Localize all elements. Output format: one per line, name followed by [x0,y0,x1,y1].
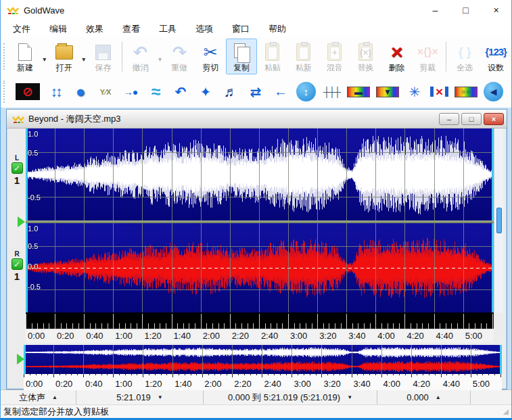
position-cell[interactable]: 0.000 ▲ [377,390,471,404]
menu-effect[interactable]: 效果 [76,21,113,37]
resize-grip-icon[interactable]: ◢ [503,407,509,416]
menu-edit[interactable]: 编辑 [40,21,76,37]
overview-waveform[interactable] [24,345,502,374]
volume-shape-icon[interactable]: ▬ [347,87,370,97]
menu-window[interactable]: 窗口 [223,21,259,37]
open-folder-icon [55,42,73,62]
left-channel-label: L [15,154,19,162]
sound-window: Beyond - 海阔天空.mp3 – □ × L ✓ 1 R ✓ 1 1.0 [6,109,507,390]
time-label: 4:20 [413,379,430,389]
redo-button-label: 重做 [171,63,187,72]
length-cell[interactable]: 5:21.019 ▼ [76,390,204,404]
monitor-off-icon[interactable]: ⊘ [16,83,40,100]
axis-label: 1.0 [28,225,38,233]
set-marker-button[interactable]: {123} 设数 [480,39,511,74]
axis-label: 0.5 [28,149,38,157]
time-label: 4:40 [443,379,460,389]
open-button-label: 打开 [56,63,72,72]
copy-button[interactable]: 复制 [226,39,257,74]
select-all-button: { } 全选 [449,39,480,74]
timeline-ticks [26,312,494,329]
toolbar-gripper[interactable] [3,43,7,70]
volume-maximize-icon[interactable]: ↕ [296,82,316,101]
menu-view[interactable]: 查看 [113,21,149,37]
mix-button-label: 混音 [327,63,343,72]
sound-restore-button[interactable]: □ [461,113,482,125]
new-button[interactable]: 新建 [9,39,41,74]
menu-help[interactable]: 帮助 [259,21,296,37]
time-label: 2:20 [234,379,251,389]
menu-file[interactable]: 文件 [3,21,40,37]
pitch-icon[interactable]: ♬ [221,82,240,102]
menu-tool[interactable]: 工具 [149,21,186,37]
playback-device-icon[interactable]: ◀ [484,82,503,101]
open-button[interactable]: 打开 [49,39,80,74]
sound-minimize-button[interactable]: – [439,113,459,125]
cut-button-label: 剪切 [202,63,218,72]
overview-playback-marker-icon[interactable] [17,354,24,365]
left-channel-control: L ✓ 1 [8,154,26,186]
time-label: 4:40 [436,331,453,341]
right-channel-label: R [14,250,19,258]
right-channel-number: 1 [14,271,20,282]
flanger-icon[interactable]: ≈ [146,82,165,102]
maximize-button[interactable]: □ [450,0,481,20]
waveform-left-channel[interactable] [26,129,494,220]
noise-reduction-icon[interactable]: × [430,87,448,97]
mechanize-icon[interactable]: ✦ [196,82,215,102]
set-marker-button-label: 设数 [488,63,504,72]
trim-button: ×{}× 剪裁 [412,39,443,74]
trim-button-label: 剪裁 [419,63,436,72]
toolbar-gripper[interactable] [3,80,7,103]
time-label: 4:00 [383,379,400,389]
right-channel-checkbox[interactable]: ✓ [11,258,23,270]
dropdown-icon[interactable]: ▼ [347,394,352,400]
undo-button-label: 撤消 [132,63,148,72]
minimize-button[interactable]: – [420,0,450,20]
status-bar: 立体声 ▲ 5:21.019 ▼ 0.000 到 5:21.019 (5:21.… [1,390,511,404]
set-marker-icon: {123} [485,42,507,62]
echo-icon[interactable]: →● [121,82,140,102]
uturn-reverse-icon[interactable]: ↶ [171,82,190,102]
waveform-right-channel[interactable] [26,223,494,312]
time-warp-icon[interactable]: ○○ [455,87,478,97]
time-label: 1:20 [145,379,162,389]
open-dropdown-caret[interactable]: ▾ [80,50,87,63]
status-message-bar: 复制选定部分并放入剪贴板 ◢ [1,404,511,418]
delete-button[interactable]: × 删除 [381,39,413,74]
axis-label: 1.0 [28,130,38,138]
vertical-zoom-scrollbar[interactable] [494,129,503,312]
equalizer-icon[interactable]: ┼┼┼ [322,82,341,102]
sound-window-titlebar[interactable]: Beyond - 海阔天空.mp3 – □ × [7,110,507,129]
menu-options[interactable]: 选项 [186,21,223,37]
time-label: 3:00 [290,331,307,341]
time-label: 1:40 [174,331,191,341]
channel-mode-cell[interactable]: 立体声 ▲ [1,390,76,404]
length-value: 5:21.019 [116,392,151,402]
spectrum-filter-icon[interactable]: ▼ [376,87,399,97]
pop-removal-icon[interactable]: ✳ [405,82,424,102]
selection-cell[interactable]: 0.000 到 5:21.019 (5:21.019) ▼ [204,390,377,404]
playback-marker-icon[interactable] [18,216,25,227]
dynamics-icon[interactable]: ● [71,82,90,102]
time-label: 0:20 [57,331,74,341]
expression-evaluator-icon[interactable]: Y∕X [96,82,115,102]
spin-up-icon[interactable]: ▲ [52,394,57,400]
scrollbar-thumb[interactable] [496,208,502,233]
cut-button[interactable]: ✂ 剪切 [195,39,226,74]
left-channel-checkbox[interactable]: ✓ [11,162,23,174]
sound-close-button[interactable]: × [484,113,504,125]
time-label: 1:00 [115,379,132,389]
channel-divider [26,220,494,223]
status-empty-cell [471,390,511,404]
timeline: 0:000:200:401:001:201:402:002:202:403:00… [26,329,494,343]
overview-ticks [24,374,502,379]
dropdown-icon[interactable]: ▼ [158,394,163,400]
new-dropdown-caret[interactable]: ▾ [41,50,48,63]
offset-icon[interactable]: ⇄ [246,82,265,102]
close-button[interactable]: × [481,0,511,20]
spin-up-icon[interactable]: ▲ [436,394,441,400]
reverse-icon[interactable]: ← [271,82,290,102]
undo-icon: ↶ [133,42,147,62]
doppler-icon[interactable]: ↕↕ [46,82,65,102]
